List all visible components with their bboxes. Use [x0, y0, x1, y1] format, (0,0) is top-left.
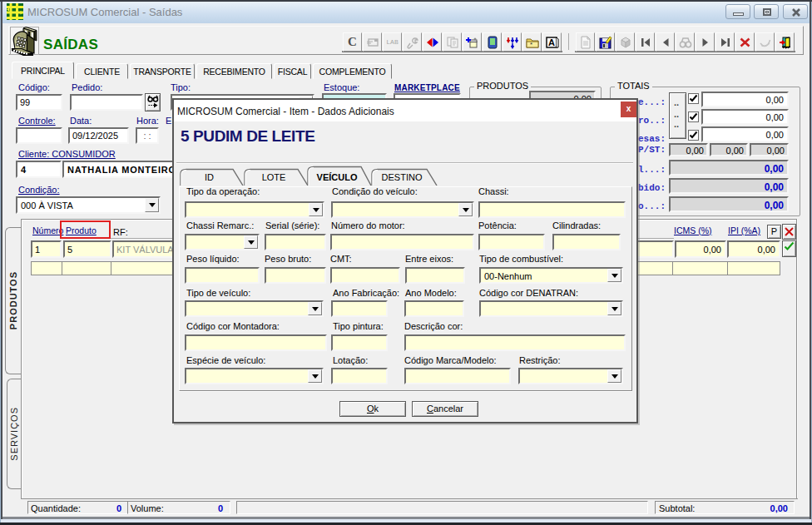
- svg-text:LOTE: LOTE: [262, 172, 286, 182]
- svg-text:DESTINO: DESTINO: [382, 172, 423, 182]
- svg-text:A: A: [548, 37, 555, 47]
- svg-text:ID: ID: [205, 172, 214, 182]
- svg-text:*: *: [530, 41, 532, 48]
- svg-text:VEÍCULO: VEÍCULO: [317, 172, 358, 182]
